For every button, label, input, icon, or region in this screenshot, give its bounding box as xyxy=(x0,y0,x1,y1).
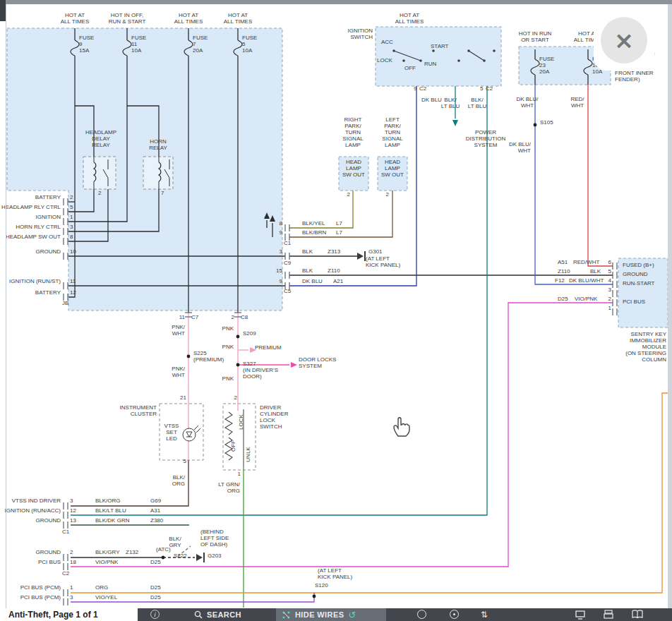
diagram-label: Z132 xyxy=(126,550,138,556)
diagram-label: PCI BUS (PCM) xyxy=(20,585,61,591)
diagram-label: 10 xyxy=(70,249,76,255)
diagram-label: 3 xyxy=(70,595,73,601)
diagram-label: 20A xyxy=(539,69,549,76)
window-corner xyxy=(0,0,6,21)
page-edge xyxy=(6,4,6,608)
diagram-label: 2 xyxy=(347,192,350,198)
diagram-label: D25 xyxy=(150,595,161,601)
diagram-label: 6 xyxy=(608,260,611,266)
diagram-label: IGNITION xyxy=(35,215,61,221)
sort-arrows-icon[interactable]: ⇅ xyxy=(481,610,488,620)
diagram-label: 8 xyxy=(70,234,73,241)
diagram-label: SWITCH xyxy=(260,424,282,430)
close-button[interactable]: × xyxy=(601,17,647,64)
history-icon[interactable] xyxy=(450,610,459,619)
diagram-label: 13 xyxy=(70,518,76,524)
diagram-label: SYSTEM xyxy=(474,143,498,149)
diagram-label: VTSS IND DRIVER xyxy=(12,498,61,505)
diagram-label: 3 xyxy=(608,287,611,294)
diagram-label: 5 xyxy=(480,86,483,92)
ignition-switch xyxy=(376,27,501,86)
diagram-label: LAMP xyxy=(345,143,361,149)
diagram-label: S105 xyxy=(540,120,553,126)
diagram-label: A21 xyxy=(333,279,343,285)
diagram-label: JB xyxy=(62,301,68,307)
diagram-label: Z380 xyxy=(150,518,163,524)
manual-icon[interactable] xyxy=(632,610,643,620)
monitor-icon[interactable] xyxy=(575,610,585,620)
diagram-label: RUN-START xyxy=(623,281,654,287)
diagram-label: PNK xyxy=(222,344,234,351)
diagram-label: ALL TIMES xyxy=(224,19,252,25)
zoom-icon[interactable] xyxy=(417,610,426,619)
diagram-label: D25 xyxy=(150,560,161,566)
diagram-label: OFF xyxy=(231,440,237,452)
diagram-label: 20A xyxy=(193,48,203,54)
diagram-label: 9 xyxy=(280,279,282,285)
diagram-label: 2 xyxy=(70,195,73,201)
diagram-label: WHT xyxy=(518,148,531,155)
diagram-label: 5 xyxy=(70,205,73,211)
diagram-label: ACC xyxy=(381,40,393,46)
diagram-label: BLK xyxy=(302,249,313,255)
diagram-label: FUSED (B+) xyxy=(623,263,654,269)
scrollbar-track[interactable] xyxy=(668,4,672,608)
diagram-label: START xyxy=(431,44,448,50)
wiring-diagram-viewer: HOT ATALL TIMESHOT IN OFF,RUN & STARTHOT… xyxy=(0,0,672,621)
diagram-label: (PREMIUM) xyxy=(193,357,224,363)
diagram-label: 2 xyxy=(608,296,611,303)
print-icon[interactable] xyxy=(604,610,613,620)
diagram-label: GROUND xyxy=(623,272,648,278)
diagram-label: 5 xyxy=(608,269,611,275)
search-button[interactable]: SEARCH xyxy=(188,608,247,621)
diagram-label: 9 xyxy=(280,230,282,236)
diagram-label: 21 xyxy=(180,395,186,402)
diagram-label: RED/WHT xyxy=(573,260,599,266)
diagram-label: S120 xyxy=(315,583,328,589)
diagram-label: SW OUT xyxy=(342,172,365,179)
diagram-label: FENDER) xyxy=(615,77,640,83)
diagram-label: BLK/GRY xyxy=(95,550,120,556)
diagram-label: LOCK xyxy=(239,414,245,430)
diagram-label: PCI BUS xyxy=(623,299,645,306)
diagram-label: 2 xyxy=(70,550,73,556)
diagram-label: CLUSTER xyxy=(131,411,157,418)
diagram-label: IGNITION (RUN/ACC) xyxy=(4,508,61,514)
diagram-label: L7 xyxy=(336,221,342,227)
diagram-label: A51 xyxy=(558,260,568,266)
diagram-label: G203 xyxy=(208,553,222,560)
undo-icon[interactable]: ↺ xyxy=(348,610,356,620)
page-status: Anti-Theft, Page 1 of 1 xyxy=(8,610,98,620)
horn-relay xyxy=(143,157,173,189)
diagram-label: GROUND xyxy=(35,518,61,524)
info-icon[interactable]: i xyxy=(150,610,160,619)
diagram-label: 10A xyxy=(131,48,141,54)
diagram-label: HORN RLY CTRL xyxy=(16,224,61,231)
diagram-label: 2 xyxy=(386,192,389,198)
diagram-label: D25 xyxy=(558,296,568,303)
hide-wires-button[interactable]: HIDE WIRES ↺ xyxy=(276,608,386,621)
diagram-label: VIO/PNK xyxy=(575,296,597,303)
diagram-label: WHT xyxy=(571,103,584,109)
diagram-label: Z313 xyxy=(328,249,340,255)
diagram-label: RELAY xyxy=(92,143,110,149)
diagram-label: 5 xyxy=(184,459,186,465)
diagram-label: COLUMN xyxy=(642,357,666,363)
diagram-label: Z110 xyxy=(558,269,570,275)
diagram-label: D25 xyxy=(150,585,161,591)
diagram-label: C9 xyxy=(284,260,291,267)
diagram-label: C1 xyxy=(284,241,291,247)
diagram-label: 11 xyxy=(179,315,185,321)
diagram-label: 15A xyxy=(79,48,89,54)
diagram-label: GROUND xyxy=(35,249,61,255)
diagram-label: DK BLU/WHT xyxy=(569,278,604,284)
diagram-label: 2 xyxy=(234,395,237,402)
diagram-label: 10A xyxy=(592,69,602,76)
diagram-label: PNK xyxy=(222,376,234,382)
diagram-label: BLK xyxy=(590,269,601,275)
diagram-label: 2 xyxy=(98,191,101,197)
diagram-label: S222 xyxy=(174,553,187,560)
diagram-label: VIO/YEL xyxy=(95,595,117,601)
close-icon: × xyxy=(614,28,635,52)
diagram-label: LT BLU xyxy=(441,104,460,110)
